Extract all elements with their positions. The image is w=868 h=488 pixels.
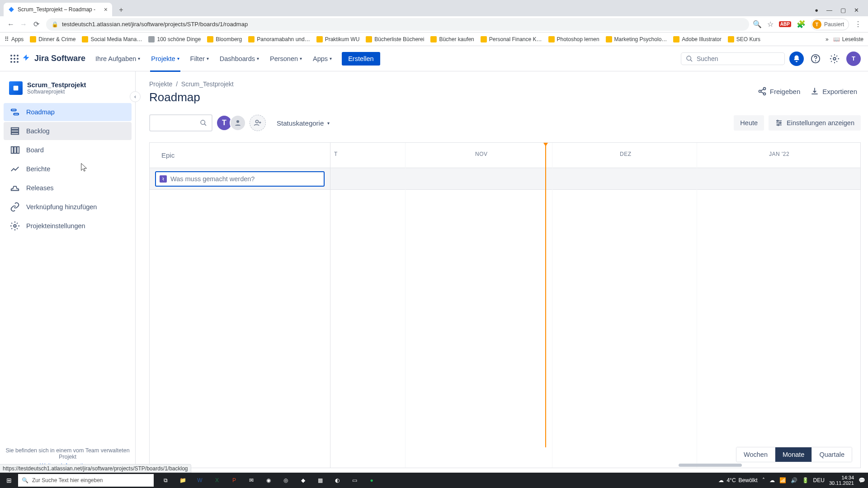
timeline-gridline — [552, 143, 552, 468]
app-icon[interactable]: ◆ — [296, 474, 310, 487]
bookmark-item[interactable]: Panoramabahn und… — [248, 36, 310, 42]
nav-projects[interactable]: Projekte▾ — [146, 52, 184, 65]
settings-icon[interactable] — [827, 52, 842, 66]
task-view-icon[interactable]: ⧉ — [158, 474, 173, 487]
forward-button[interactable]: → — [17, 20, 30, 28]
language-indicator[interactable]: DEU — [813, 477, 825, 483]
timeline-gridline — [405, 143, 406, 468]
apps-shortcut[interactable]: ⠿Apps — [5, 36, 24, 42]
weather-widget[interactable]: ☁ 4°C Bewölkt — [718, 477, 757, 483]
bookmark-item[interactable]: Dinner & Crime — [30, 36, 75, 42]
edge-icon[interactable]: ◐ — [330, 474, 344, 487]
nav-your-work[interactable]: Ihre Aufgaben▾ — [91, 52, 145, 65]
obs-icon[interactable]: ◎ — [278, 474, 293, 487]
onedrive-icon[interactable]: ☁ — [769, 477, 775, 483]
sidebar-item-add-link[interactable]: Verknüpfung hinzufügen — [4, 198, 132, 216]
address-bar[interactable]: 🔒 testdeutsch1.atlassian.net/jira/softwa… — [46, 18, 749, 31]
bookmark-item[interactable]: Bloomberg — [207, 36, 242, 42]
tray-overflow-icon[interactable]: ˄ — [762, 477, 765, 483]
abp-extension-icon[interactable]: ABP — [779, 21, 791, 27]
browser-tab[interactable]: Scrum_Testprojekt – Roadmap - × — [4, 3, 112, 16]
help-icon[interactable] — [808, 52, 823, 66]
bookmark-item[interactable]: SEO Kurs — [728, 36, 760, 42]
zoom-icon[interactable]: 🔍 — [753, 20, 762, 28]
roadmap-search-input[interactable] — [149, 114, 212, 131]
network-icon[interactable]: 📶 — [779, 477, 786, 483]
zoom-months[interactable]: Monate — [775, 447, 811, 462]
status-category-filter[interactable]: Statuskategorie ▾ — [277, 119, 330, 127]
bookmark-star-icon[interactable]: ☆ — [767, 20, 774, 28]
nav-filters[interactable]: Filter▾ — [186, 52, 213, 65]
word-icon[interactable]: W — [193, 474, 207, 487]
nav-people[interactable]: Personen▾ — [265, 52, 307, 65]
user-avatar[interactable]: T — [846, 52, 861, 66]
svg-rect-17 — [11, 128, 19, 130]
sidebar-item-settings[interactable]: Projekteinstellungen — [4, 217, 132, 235]
unassigned-avatar[interactable] — [230, 115, 246, 131]
notifications-icon[interactable] — [789, 52, 804, 66]
sidebar-item-board[interactable]: Board — [4, 141, 132, 159]
system-clock[interactable]: 14:34 30.11.2021 — [829, 475, 854, 486]
create-button[interactable]: Erstellen — [342, 52, 380, 66]
status-bar-url: https://testdeutsch1.atlassian.net/jira/… — [0, 464, 191, 473]
bookmark-item[interactable]: Marketing Psycholo… — [606, 36, 667, 42]
svg-point-39 — [780, 122, 781, 124]
volume-icon[interactable]: 🔊 — [791, 477, 797, 483]
chrome-icon[interactable]: ◉ — [261, 474, 276, 487]
file-explorer-icon[interactable]: 📁 — [175, 474, 190, 487]
bookmark-item[interactable]: 100 schöne Dinge — [148, 36, 201, 42]
jira-logo[interactable]: Jira Software — [22, 54, 85, 64]
bookmark-item[interactable]: Bücher kaufen — [430, 36, 474, 42]
start-button[interactable]: ⊞ — [0, 477, 18, 484]
bookmark-overflow-icon[interactable]: » — [826, 36, 829, 42]
app-switcher-icon[interactable] — [7, 52, 22, 66]
today-button[interactable]: Heute — [734, 115, 764, 131]
share-button[interactable]: Freigeben — [758, 87, 801, 96]
sidebar-item-backlog[interactable]: Backlog — [4, 122, 132, 140]
minimize-icon[interactable]: — — [826, 7, 832, 14]
mail-icon[interactable]: ✉ — [244, 474, 259, 487]
export-button[interactable]: Exportieren — [810, 87, 857, 96]
bookmark-item[interactable]: Bücherliste Bücherei — [366, 36, 424, 42]
spotify-icon[interactable]: ● — [364, 474, 379, 487]
bookmark-item[interactable]: Photoshop lernen — [548, 36, 599, 42]
extensions-icon[interactable]: 🧩 — [797, 20, 806, 28]
maximize-icon[interactable]: ▢ — [840, 7, 846, 14]
profile-chip[interactable]: T Pausiert — [811, 19, 849, 30]
app-icon[interactable]: ▦ — [313, 474, 327, 487]
bookmark-item[interactable]: Personal Finance K… — [481, 36, 542, 42]
taskbar-search[interactable]: 🔍 Zur Suche Text hier eingeben — [18, 474, 154, 487]
svg-rect-22 — [17, 147, 19, 154]
zoom-quarters[interactable]: Quartale — [811, 447, 852, 462]
nav-dashboards[interactable]: Dashboards▾ — [215, 52, 264, 65]
zoom-weeks[interactable]: Wochen — [736, 447, 775, 462]
sidebar-item-roadmap[interactable]: Roadmap — [4, 103, 132, 121]
new-tab-button[interactable]: + — [115, 4, 127, 16]
powerpoint-icon[interactable]: P — [227, 474, 241, 487]
bookmark-item[interactable]: Social Media Mana… — [82, 36, 142, 42]
show-settings-button[interactable]: Einstellungen anzeigen — [769, 115, 861, 131]
reload-button[interactable]: ⟳ — [30, 20, 42, 28]
nav-apps[interactable]: Apps▾ — [308, 52, 336, 65]
back-button[interactable]: ← — [5, 20, 17, 28]
close-window-icon[interactable]: ✕ — [854, 7, 859, 14]
bookmark-item[interactable]: Adobe Illustrator — [673, 36, 721, 42]
excel-icon[interactable]: X — [210, 474, 224, 487]
bookmark-item[interactable]: Praktikum WU — [316, 36, 360, 42]
sidebar-item-releases[interactable]: Releases — [4, 179, 132, 197]
account-dot-icon[interactable]: ● — [815, 7, 818, 14]
close-tab-icon[interactable]: × — [104, 6, 108, 13]
timeline-row[interactable] — [330, 168, 860, 190]
epic-summary-input[interactable] — [170, 175, 320, 183]
action-center-icon[interactable]: 💬 — [859, 477, 865, 483]
crumb-project[interactable]: Scrum_Testprojekt — [181, 80, 234, 88]
app-icon[interactable]: ▭ — [347, 474, 362, 487]
battery-icon[interactable]: 🔋 — [802, 477, 809, 483]
crumb-root[interactable]: Projekte — [149, 80, 172, 88]
sidebar-item-reports[interactable]: Berichte — [4, 160, 132, 178]
reading-list[interactable]: 📖Leseliste — [833, 36, 863, 42]
chrome-menu-icon[interactable]: ⋮ — [854, 20, 862, 28]
global-search[interactable]: Suchen — [681, 52, 785, 65]
timeline-scrollbar-thumb[interactable] — [679, 464, 742, 467]
add-people-button[interactable] — [250, 115, 266, 131]
